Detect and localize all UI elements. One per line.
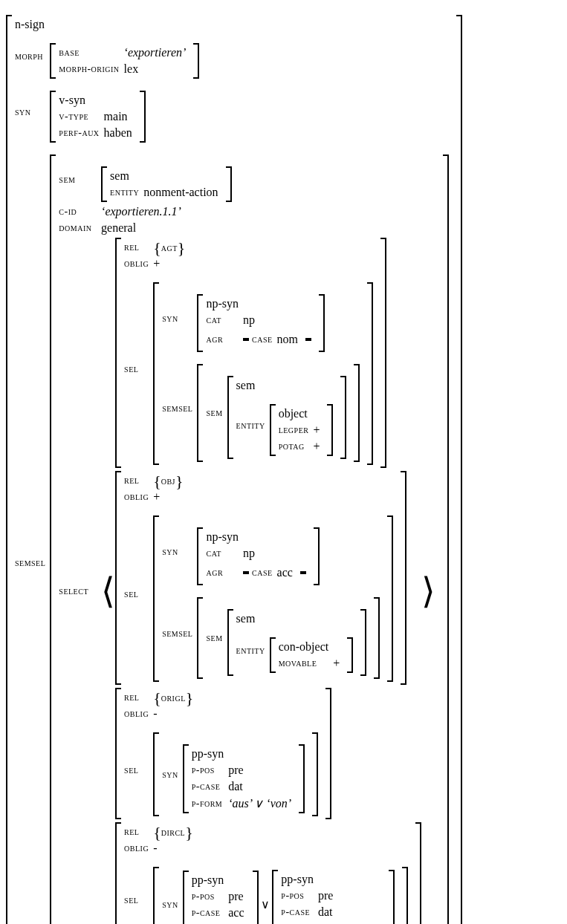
ppsyn-type: pp-syn: [192, 746, 229, 762]
morph-avm: base ‘exportieren’ morph-origin lex: [50, 43, 199, 79]
agr-k2: agr: [206, 562, 243, 584]
semsel-label: semsel: [15, 144, 50, 924]
rel-k3: rel: [124, 689, 153, 706]
npsyn-avm2: np-syn cat np: [197, 527, 319, 585]
rel-dircl: dircl: [161, 827, 186, 838]
ppsyn-avm: pp-syn p-pos pre: [183, 744, 305, 813]
oblig-k4: oblig: [124, 840, 153, 856]
semsel-avm: sem sem entity nonment-action: [50, 154, 448, 924]
morph-origin-k: morph-origin: [59, 61, 123, 77]
semsel-inner2: sem: [197, 597, 380, 679]
arg-origl: rel {origl} oblig -: [115, 688, 421, 819]
domain-v: general: [101, 220, 440, 236]
pform-va: ‘in’: [228, 921, 250, 925]
ppos-va: pre: [228, 888, 250, 905]
potag-k: potag: [279, 438, 314, 455]
rel-obj: obj: [161, 475, 175, 487]
entitytype: object: [279, 406, 314, 422]
entity-k: entity: [110, 184, 143, 201]
pform-vb: ‘nach’ ∨ ‘zu’: [318, 920, 386, 924]
select-label: select: [59, 236, 101, 924]
legper-k: legper: [279, 422, 314, 438]
cat-v: np: [243, 312, 316, 328]
ppsyn-a: pp-syn p-pos pre: [183, 871, 259, 925]
ppos-vb: pre: [318, 888, 386, 904]
arg-obj: rel {obj} oblig +: [115, 471, 421, 685]
agr-avm2: case acc: [243, 563, 306, 582]
syn-type: v-syn: [59, 92, 103, 108]
entity-v: nonment-action: [143, 184, 222, 201]
pcase-ka: p-case: [192, 905, 229, 921]
sem-k2: sem: [206, 365, 227, 461]
cat-v2: np: [243, 545, 311, 562]
root-type: n-sign: [15, 16, 50, 33]
oblig-v2: +: [153, 489, 398, 505]
ppos-k: p-pos: [192, 762, 229, 778]
rel-k: rel: [124, 239, 153, 256]
domain-k: domain: [59, 220, 101, 236]
oblig-v3: -: [153, 706, 323, 722]
cat-k2: cat: [206, 545, 243, 562]
ppsyn-b-type: pp-syn: [281, 871, 318, 888]
rel-origl: origl: [161, 692, 186, 703]
semsel-k2: semsel: [162, 587, 197, 680]
movable-v: +: [333, 655, 344, 671]
base-k: base: [59, 45, 123, 61]
agr-k: agr: [206, 328, 243, 351]
case-v: nom: [277, 331, 302, 348]
disjunction-icon: ∨: [259, 897, 272, 911]
agr-avm: case nom: [243, 330, 311, 349]
entitytype2: con-object: [279, 639, 334, 655]
cat-k: cat: [206, 312, 243, 328]
cid-v: ‘exportieren.1.1’: [101, 204, 440, 220]
sel-avm3: syn pp-syn: [153, 732, 318, 816]
potag-v: +: [313, 438, 324, 455]
pform-k: p-form: [192, 795, 229, 812]
semtype2: sem: [236, 611, 270, 627]
pform-kb: p-form: [281, 920, 318, 924]
morph-label: morph: [15, 33, 50, 80]
syn-k: syn: [162, 284, 197, 354]
sel-k: sel: [124, 272, 153, 466]
sel-k3: sel: [124, 722, 153, 818]
case-k: case: [252, 331, 277, 348]
perfaux-v: haben: [104, 125, 137, 141]
syn-avm: v-syn v-type main perf-aux haben: [50, 91, 145, 143]
oblig-v4: -: [153, 840, 412, 856]
vtype-v: main: [104, 108, 137, 125]
rel-agt: agt: [161, 242, 178, 253]
npsyn-type2: np-syn: [206, 529, 243, 545]
legper-v: +: [313, 422, 324, 438]
pform-v: ‘aus’ ∨ ‘von’: [228, 795, 296, 812]
pcase-vb: dat: [318, 904, 386, 920]
ppsyn-a-type: pp-syn: [192, 872, 229, 888]
pcase-v: dat: [228, 778, 296, 795]
morph-origin-v: lex: [124, 61, 191, 77]
ppos-ka: p-pos: [192, 888, 229, 905]
sel-avm2: syn np-syn: [153, 515, 393, 682]
semsel-inner: sem: [197, 364, 360, 462]
syn-label: syn: [15, 80, 50, 144]
sel-k4: sel: [124, 856, 153, 924]
select-list: ⟨ rel {agt}: [101, 238, 435, 924]
case-k2: case: [252, 565, 277, 581]
sem-inner: sem entity: [227, 376, 347, 459]
syn-k3: syn: [162, 734, 183, 815]
ppsyn-b: pp-syn p-pos pre: [272, 870, 394, 924]
ppos-v: pre: [228, 762, 296, 778]
pcase-va: acc: [228, 905, 250, 921]
base-v: ‘exportieren’: [124, 45, 191, 61]
case-v2: acc: [277, 565, 297, 581]
semsel-k: semsel: [162, 354, 197, 463]
movable-k: movable: [279, 655, 334, 671]
rel-k2: rel: [124, 472, 153, 489]
pform-ka: p-form: [192, 921, 229, 925]
entity-avm: object legper +: [270, 404, 334, 456]
sem-type: sem: [110, 168, 143, 184]
root-avm: n-sign morph base ‘exportieren’ morph-or…: [6, 15, 462, 924]
ppos-kb: p-pos: [281, 888, 318, 904]
arg-dircl: rel {dircl} oblig -: [115, 822, 421, 924]
syn-k2: syn: [162, 517, 197, 587]
sem-avm: sem entity nonment-action: [101, 166, 232, 202]
pcase-kb: p-case: [281, 904, 318, 920]
